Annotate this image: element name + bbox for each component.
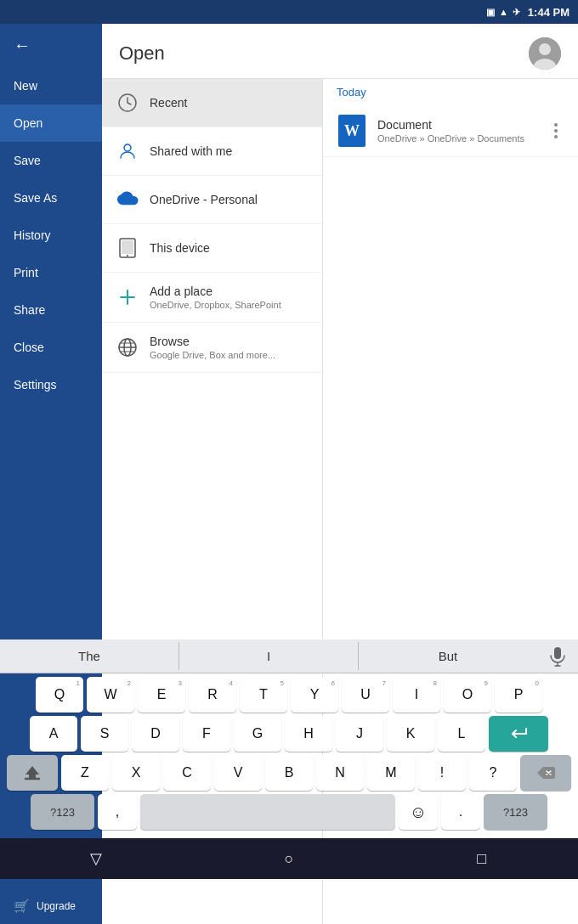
sidebar-item-new[interactable]: New <box>0 67 102 104</box>
key-t[interactable]: 5T <box>240 677 287 713</box>
key-y[interactable]: 6Y <box>291 677 338 713</box>
cloud-icon <box>116 188 139 211</box>
page-title: Open <box>119 42 165 65</box>
sidebar-item-settings[interactable]: Settings <box>0 366 102 403</box>
file-name: Document <box>377 118 537 132</box>
keyboard-section: The I But 1Q 2W 3E 4R 5T 6Y <box>0 639 578 879</box>
key-w[interactable]: 2W <box>87 677 134 713</box>
nav-recent-button[interactable]: □ <box>465 842 499 876</box>
key-row-3: Z X C V B N M ! ? <box>2 755 576 791</box>
key-comma[interactable]: , <box>98 794 137 830</box>
key-f[interactable]: F <box>183 716 230 752</box>
option-browse-subtitle: Google Drive, Box and more... <box>150 350 309 360</box>
option-browse[interactable]: Browse Google Drive, Box and more... <box>102 323 322 373</box>
key-o[interactable]: 9O <box>444 677 491 713</box>
key-backspace[interactable] <box>520 755 571 791</box>
keyboard-suggestions: The I But <box>0 639 578 673</box>
nav-back-button[interactable]: ▽ <box>79 842 113 876</box>
key-z[interactable]: Z <box>61 755 109 791</box>
key-u[interactable]: 7U <box>342 677 389 713</box>
key-enter[interactable] <box>489 716 548 752</box>
key-k[interactable]: K <box>387 716 434 752</box>
key-x[interactable]: X <box>112 755 160 791</box>
option-this-device[interactable]: This device <box>102 224 322 273</box>
key-row-4: ?123 , ☺ . ?123 <box>2 794 576 830</box>
main-layout: ▣ ▲ ✈ 1:44 PM ← New Open Save <box>0 0 578 924</box>
option-recent[interactable]: Recent <box>102 79 322 127</box>
suggestion-i[interactable]: I <box>179 642 359 670</box>
sidebar-item-save[interactable]: Save <box>0 142 102 179</box>
key-g[interactable]: G <box>234 716 281 752</box>
key-question[interactable]: ? <box>469 755 517 791</box>
key-period[interactable]: . <box>441 794 480 830</box>
sidebar-label-open: Open <box>14 116 42 130</box>
key-s[interactable]: S <box>81 716 128 752</box>
sidebar-label-save: Save <box>14 154 41 167</box>
time-display: 1:44 PM <box>528 6 570 19</box>
status-icons: ▣ ▲ ✈ 1:44 PM <box>486 6 570 19</box>
files-section-header: Today <box>323 79 578 105</box>
key-d[interactable]: D <box>132 716 179 752</box>
clock-icon <box>116 91 139 115</box>
back-arrow-icon: ← <box>14 36 31 55</box>
tablet-icon <box>116 236 139 260</box>
sidebar-label-close: Close <box>14 341 44 354</box>
key-123-left[interactable]: ?123 <box>31 794 94 830</box>
globe-icon <box>116 335 139 359</box>
file-context-menu-button[interactable] <box>547 120 564 142</box>
sidebar-label-settings: Settings <box>14 378 57 392</box>
key-e[interactable]: 3E <box>138 677 185 713</box>
key-m[interactable]: M <box>367 755 415 791</box>
sidebar-item-history[interactable]: History <box>0 217 102 254</box>
key-emoji[interactable]: ☺ <box>399 794 438 830</box>
key-123-right[interactable]: ?123 <box>484 794 547 830</box>
key-shift[interactable] <box>7 755 58 791</box>
option-shared-label: Shared with me <box>150 144 309 158</box>
top-section: ▣ ▲ ✈ 1:44 PM ← New Open Save <box>0 0 578 639</box>
option-recent-label: Recent <box>150 96 309 110</box>
key-space[interactable] <box>140 794 395 830</box>
back-button[interactable]: ← <box>0 24 102 67</box>
svg-rect-15 <box>554 647 561 659</box>
suggestion-the[interactable]: The <box>0 642 179 670</box>
key-h[interactable]: H <box>285 716 332 752</box>
microphone-button[interactable] <box>537 646 578 667</box>
content-header: Open <box>102 24 578 79</box>
option-add-place[interactable]: Add a place OneDrive, Dropbox, SharePoin… <box>102 273 322 323</box>
key-a[interactable]: A <box>30 716 77 752</box>
key-n[interactable]: N <box>316 755 364 791</box>
key-exclaim[interactable]: ! <box>418 755 466 791</box>
sidebar-label-save-as: Save As <box>14 191 57 205</box>
sidebar-item-open[interactable]: Open <box>0 104 102 142</box>
option-onedrive[interactable]: OneDrive - Personal <box>102 176 322 224</box>
sidebar-item-save-as[interactable]: Save As <box>0 179 102 217</box>
file-path: OneDrive » OneDrive » Documents <box>377 133 537 144</box>
key-r[interactable]: 4R <box>189 677 236 713</box>
nav-home-button[interactable]: ○ <box>272 842 306 876</box>
file-item[interactable]: Document OneDrive » OneDrive » Documents <box>323 105 578 157</box>
key-l[interactable]: L <box>438 716 485 752</box>
avatar-button[interactable] <box>529 37 561 70</box>
key-b[interactable]: B <box>265 755 313 791</box>
sidebar-item-share[interactable]: Share <box>0 291 102 329</box>
sidebar-item-close[interactable]: Close <box>0 329 102 366</box>
key-v[interactable]: V <box>214 755 262 791</box>
key-row-1: 1Q 2W 3E 4R 5T 6Y 7U 8I 9O 0P <box>2 677 576 713</box>
nav-bar: ▽ ○ □ <box>0 838 578 879</box>
suggestion-but[interactable]: But <box>359 642 537 670</box>
key-p[interactable]: 0P <box>495 677 542 713</box>
key-i[interactable]: 8I <box>393 677 440 713</box>
word-file-icon <box>337 116 367 146</box>
sidebar-item-print[interactable]: Print <box>0 254 102 291</box>
signal-icon: ✈ <box>513 7 520 18</box>
svg-point-1 <box>539 43 551 55</box>
sidebar-item-upgrade[interactable]: 🛒 Upgrade <box>0 888 102 924</box>
option-shared[interactable]: Shared with me <box>102 127 322 176</box>
sidebar-label-new: New <box>14 79 37 93</box>
option-add-place-label: Add a place <box>150 285 309 298</box>
key-c[interactable]: C <box>163 755 211 791</box>
option-add-place-subtitle: OneDrive, Dropbox, SharePoint <box>150 300 309 310</box>
key-q[interactable]: 1Q <box>36 677 83 713</box>
option-browse-label: Browse <box>150 335 309 348</box>
key-j[interactable]: J <box>336 716 383 752</box>
